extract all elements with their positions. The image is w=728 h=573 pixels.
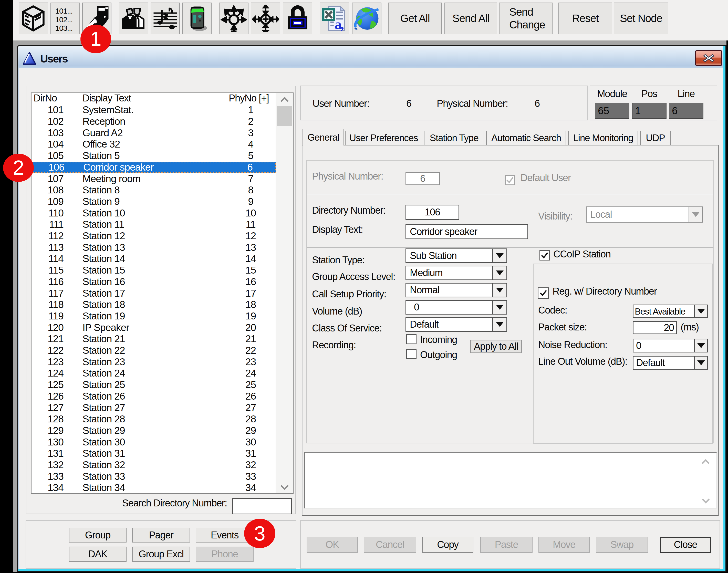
svg-text:101...: 101... xyxy=(55,7,72,15)
svg-text:102...: 102... xyxy=(55,15,72,24)
svg-text:a,: a, xyxy=(334,16,344,32)
svg-text:103...: 103... xyxy=(55,24,72,32)
